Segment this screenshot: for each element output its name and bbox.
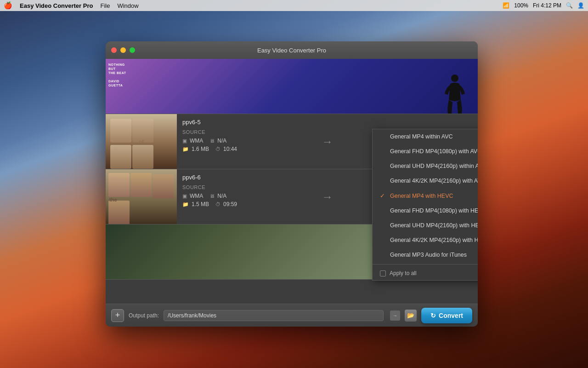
file-resolution: N/A	[217, 193, 226, 199]
dropdown-item-label: General UHD MP4(2160p) within AVC	[390, 163, 478, 169]
dropdown-item-label: General 4K/2K MP4(2160p) with AVC	[390, 178, 478, 184]
menubar-left: 🍎 Easy Video Converter Pro File Window	[4, 1, 495, 10]
file-name: ppv6-5	[182, 119, 308, 126]
dropdown-item-label: General MP3 Audio for iTunes	[390, 252, 467, 258]
meta-size-row: 📁 1.6 MB ⏱ 10:44	[182, 146, 308, 152]
file-duration: 09:59	[223, 201, 237, 207]
file-size: 1.6 MB	[192, 146, 209, 152]
dropdown-item-avc[interactable]: General MP4 within AVC	[373, 129, 478, 144]
resolution-icon: 🖥	[209, 193, 215, 199]
dropdown-item-hevc[interactable]: ✓ General MP4 with HEVC	[373, 188, 478, 203]
face-6	[130, 173, 152, 197]
output-path-field[interactable]: /Users/frank/Movies	[164, 310, 384, 321]
dropdown-item-label: General UHD MP4(2160p) with HEVC	[390, 222, 478, 229]
file-name: ppv6-6	[182, 174, 308, 181]
apple-menu[interactable]: 🍎	[4, 1, 12, 10]
file-meta: ▣ WMA 🖥 N/A 📁 1.5 MB ⏱ 09:59	[182, 193, 308, 207]
meta-format-row: ▣ WMA 🖥 N/A	[182, 138, 308, 144]
dropdown-item-mp3-itunes[interactable]: General MP3 Audio for iTunes	[373, 247, 478, 262]
file-size: 1.5 MB	[192, 201, 209, 207]
dropdown-item-4k-hevc[interactable]: General 4K/2K MP4(2160p) with HEVC	[373, 233, 478, 247]
apply-all-row: Apply to all	[373, 266, 478, 280]
arrow-area: →	[314, 169, 341, 224]
dropdown-item-label: General MP4 with HEVC	[390, 193, 453, 199]
file-resolution: N/A	[217, 138, 226, 144]
file-info: ppv6-5 Source ▣ WMA 🖥 N/A 📁 1.6 MB ⏱ 10:…	[177, 114, 314, 169]
format-icon: ▣	[182, 193, 187, 199]
window-title: Easy Video Converter Pro	[257, 47, 326, 54]
path-arrow-button[interactable]: →	[390, 310, 400, 321]
file-format: WMA	[190, 138, 203, 144]
apply-all-label: Apply to all	[390, 270, 417, 276]
size-icon: 📁	[182, 146, 189, 152]
file-list: NOTHINGBUTTHE BEATDAVIDGUETTA 1-05 Witho…	[106, 59, 478, 304]
face-4	[132, 145, 153, 169]
dropdown-item-uhd-hevc[interactable]: General UHD MP4(2160p) with HEVC	[373, 218, 478, 233]
thumb-text: NOTHINGBUTTHE BEATDAVIDGUETTA	[108, 63, 126, 88]
dropdown-item-label: General MP4 within AVC	[390, 133, 453, 140]
close-button[interactable]	[111, 47, 117, 53]
menubar: 🍎 Easy Video Converter Pro File Window 📶…	[0, 0, 588, 11]
thumb-label: of	[139, 139, 143, 144]
file-duration: 10:44	[223, 146, 237, 152]
window-controls	[111, 47, 135, 53]
duration-icon: ⏱	[215, 146, 220, 152]
file-meta: ▣ WMA 🖥 N/A 📁 1.6 MB ⏱ 10:44	[182, 138, 308, 152]
browse-folder-button[interactable]: 📂	[405, 310, 417, 322]
source-label: Source	[182, 184, 308, 190]
menubar-right: 📶 100% Fri 4:12 PM 🔍 👤	[503, 2, 584, 9]
arrow-right-icon: →	[322, 135, 333, 148]
checkmark-icon: ✓	[380, 192, 386, 199]
app-window: Easy Video Converter Pro NOTHINGBUTTHE B…	[106, 41, 478, 327]
add-file-button[interactable]: +	[111, 309, 124, 322]
dropdown-item-label: General FHD MP4(1080p) with AVC	[390, 148, 478, 155]
thumb-label2: the	[109, 197, 117, 202]
arrow-right-icon: →	[322, 190, 333, 203]
title-bar: Easy Video Converter Pro	[106, 41, 478, 59]
dropdown-item-fhd-avc[interactable]: General FHD MP4(1080p) with AVC	[373, 144, 478, 159]
dropdown-item-uhd-avc[interactable]: General UHD MP4(2160p) within AVC	[373, 159, 478, 173]
menubar-time: Fri 4:12 PM	[533, 2, 561, 9]
face-1	[110, 119, 131, 143]
face-7	[153, 174, 174, 198]
output-path-label: Output path:	[129, 312, 159, 319]
menubar-app-name[interactable]: Easy Video Converter Pro	[20, 2, 93, 9]
file-format: WMA	[190, 193, 203, 199]
dropdown-item-label: General 4K/2K MP4(2160p) with HEVC	[390, 237, 478, 243]
arrow-area: →	[314, 114, 341, 169]
figure-silhouette	[443, 75, 466, 114]
file-info: ppv6-6 Source ▣ WMA 🖥 N/A 📁 1.5 MB ⏱ 09:…	[177, 169, 314, 224]
format-dropdown: General MP4 within AVC General FHD MP4(1…	[372, 129, 478, 281]
dropdown-item-fhd-hevc[interactable]: General FHD MP4(1080p) with HEVC	[373, 203, 478, 218]
svg-point-0	[451, 75, 458, 82]
menubar-window[interactable]: Window	[117, 2, 138, 9]
bottom-bar: + Output path: /Users/frank/Movies → 📂 ↻…	[106, 304, 478, 327]
menubar-wifi: 📶	[503, 2, 509, 9]
menubar-file[interactable]: File	[100, 2, 110, 9]
face-5	[108, 173, 130, 197]
meta-format-row: ▣ WMA 🖥 N/A	[182, 193, 308, 199]
thumbnail-ppv6: the	[106, 169, 177, 224]
format-icon: ▣	[182, 138, 187, 144]
maximize-button[interactable]	[130, 47, 135, 53]
meta-size-row: 📁 1.5 MB ⏱ 09:59	[182, 201, 308, 207]
menubar-battery: 100%	[514, 2, 528, 9]
convert-label: Convert	[439, 312, 463, 319]
face-8	[108, 201, 130, 224]
apply-all-checkbox[interactable]	[380, 270, 386, 276]
menubar-user[interactable]: 👤	[577, 2, 584, 9]
duration-icon: ⏱	[215, 201, 220, 207]
minimize-button[interactable]	[120, 47, 126, 53]
resolution-icon: 🖥	[209, 138, 215, 144]
thumbnail-guetta: NOTHINGBUTTHE BEATDAVIDGUETTA	[106, 59, 478, 114]
dropdown-item-label: General FHD MP4(1080p) with HEVC	[390, 207, 478, 214]
convert-icon: ↻	[430, 312, 436, 319]
thumbnail-presidents: of	[106, 114, 177, 169]
file-row: NOTHINGBUTTHE BEATDAVIDGUETTA 1-05 Witho…	[106, 59, 478, 114]
convert-button[interactable]: ↻ Convert	[421, 308, 472, 323]
menubar-search[interactable]: 🔍	[566, 2, 573, 9]
dropdown-divider	[373, 264, 478, 264]
source-label: Source	[182, 129, 308, 135]
dropdown-item-4k-avc[interactable]: General 4K/2K MP4(2160p) with AVC	[373, 173, 478, 188]
size-icon: 📁	[182, 201, 189, 207]
